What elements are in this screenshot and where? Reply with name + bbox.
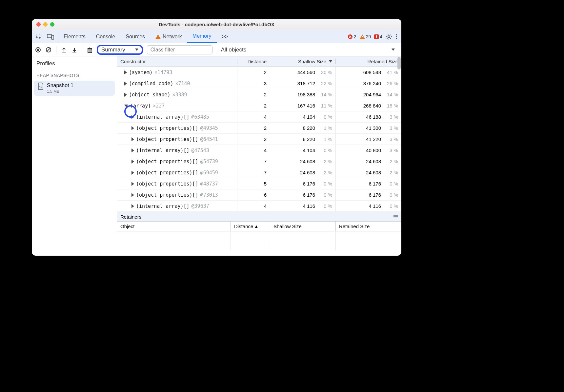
svg-line-18	[387, 38, 388, 39]
retainers-col-shallow[interactable]: Shallow Size	[270, 222, 336, 231]
expand-icon[interactable]	[131, 171, 134, 175]
expand-icon[interactable]	[124, 93, 127, 97]
svg-point-20	[396, 34, 397, 35]
distance-cell: 3	[237, 78, 270, 89]
shallow-size-cell: 6 1760 %	[270, 189, 336, 200]
tab-memory[interactable]: Memory	[187, 30, 217, 43]
table-row[interactable]: (object properties)[]@6454128 2201 %41 2…	[117, 134, 401, 145]
tab-elements[interactable]: Elements	[58, 30, 91, 43]
row-name: (object properties)[]	[136, 192, 198, 198]
tab-network[interactable]: Network	[150, 30, 187, 43]
table-row[interactable]: (object properties)[]@69459724 6082 %24 …	[117, 167, 401, 178]
svg-line-16	[387, 34, 388, 35]
svg-point-21	[396, 36, 397, 37]
expand-icon[interactable]	[131, 137, 134, 141]
distance-cell: 2	[237, 123, 270, 133]
expand-icon[interactable]	[131, 182, 134, 186]
svg-rect-7	[362, 38, 363, 38]
table-row[interactable]: (object properties)[]@54739724 6082 %24 …	[117, 156, 401, 167]
row-object-id: @49345	[200, 125, 218, 131]
table-row[interactable]: (internal array)[]@3963744 1160 %4 1160 …	[117, 201, 401, 212]
row-object-id: @54739	[200, 159, 218, 165]
row-name: (object shape)	[129, 92, 170, 98]
svg-point-22	[396, 38, 397, 39]
distance-cell: 2	[237, 100, 270, 111]
retained-size-cell: 204 96414 %	[336, 89, 401, 100]
device-toolbar-icon[interactable]	[47, 34, 54, 40]
clear-icon[interactable]	[46, 47, 51, 53]
snapshot-item[interactable]: % Snapshot 1 1.5 MB	[34, 81, 115, 96]
class-filter-input[interactable]	[147, 45, 212, 54]
expand-icon[interactable]	[131, 160, 134, 164]
save-icon[interactable]	[71, 47, 77, 53]
expand-icon[interactable]	[131, 126, 134, 130]
error-count[interactable]: 2	[348, 34, 356, 39]
record-icon[interactable]	[35, 47, 41, 53]
kebab-icon[interactable]	[395, 33, 397, 40]
snapshot-size: 1.5 MB	[47, 89, 73, 94]
col-shallow-size[interactable]: Shallow Size	[270, 59, 336, 64]
filter-dropdown-icon[interactable]	[392, 49, 395, 51]
expand-icon[interactable]	[124, 82, 127, 86]
perspective-select[interactable]: Summary	[97, 45, 143, 55]
minimize-window-button[interactable]	[43, 22, 48, 27]
constructor-cell: (object properties)[]@49345	[117, 123, 237, 133]
col-distance[interactable]: Distance	[237, 59, 270, 64]
gear-icon[interactable]	[386, 33, 392, 40]
table-row[interactable]: (internal array)[]@4754344 1040 %40 8003…	[117, 145, 401, 156]
row-name: (internal array)[]	[136, 203, 190, 209]
tabs-overflow[interactable]: >>	[217, 30, 233, 43]
expand-icon[interactable]	[131, 193, 134, 197]
distance-cell: 7	[237, 156, 270, 167]
row-name: (system)	[129, 69, 152, 75]
expand-icon[interactable]	[131, 148, 134, 152]
constructor-cell: (object shape)×3389	[117, 89, 237, 100]
load-icon[interactable]	[61, 47, 67, 53]
collapse-icon[interactable]	[124, 105, 128, 107]
shallow-size-cell: 24 6082 %	[270, 167, 336, 178]
table-row[interactable]: (system)×147932444 56030 %608 54841 %	[117, 67, 401, 78]
issues-icon	[374, 34, 379, 39]
row-name: (compiled code)	[129, 81, 173, 87]
expand-icon[interactable]	[131, 204, 134, 208]
retained-size-cell: 24 6082 %	[336, 156, 401, 167]
table-row[interactable]: (object properties)[]@4934528 2201 %41 3…	[117, 123, 401, 134]
zoom-window-button[interactable]	[50, 22, 54, 27]
scrollbar-thumb[interactable]	[397, 57, 401, 69]
warning-count[interactable]: 29	[360, 34, 371, 39]
retained-size-cell: 4 1160 %	[336, 201, 401, 211]
retainers-col-distance[interactable]: Distance ▲	[231, 222, 270, 231]
traffic-lights	[32, 22, 54, 27]
constructor-cell: (compiled code)×7140	[117, 78, 237, 89]
warning-icon	[360, 34, 365, 39]
table-row[interactable]: (compiled code)×71403318 71222 %376 2402…	[117, 78, 401, 89]
table-row[interactable]: (array)×2272167 41611 %268 84018 %	[117, 100, 401, 111]
row-object-id: @69459	[200, 170, 218, 176]
gc-icon[interactable]	[87, 47, 93, 53]
table-row[interactable]: (object properties)[]@4873756 1760 %6 17…	[117, 178, 401, 189]
sort-asc-icon: ▲	[254, 224, 259, 229]
close-window-button[interactable]	[36, 22, 41, 27]
menu-icon[interactable]	[393, 215, 398, 218]
col-constructor[interactable]: Constructor	[117, 59, 237, 64]
retained-size-cell: 41 2203 %	[336, 134, 401, 145]
devtools-tabstrip: Elements Console Sources Network Memory …	[32, 30, 401, 43]
profiles-title: Profiles	[32, 56, 117, 71]
svg-rect-6	[362, 36, 363, 37]
table-row[interactable]: (internal array)[]@6348544 1040 %46 1883…	[117, 111, 401, 123]
inspect-icon[interactable]	[36, 33, 42, 40]
table-row[interactable]: (object properties)[]@7301366 1760 %6 17…	[117, 189, 401, 201]
table-row[interactable]: (object shape)×33892198 38814 %204 96414…	[117, 89, 401, 100]
retainers-col-object[interactable]: Object	[117, 222, 231, 231]
expand-icon[interactable]	[124, 70, 127, 74]
retainers-col-retained[interactable]: Retained Size	[336, 222, 401, 231]
constructor-cell: (object properties)[]@73013	[117, 189, 237, 200]
col-retained-size[interactable]: Retained Size	[336, 59, 401, 64]
issues-count[interactable]: 4	[374, 34, 382, 39]
object-scope-select[interactable]: All objects	[221, 47, 246, 53]
tab-sources[interactable]: Sources	[120, 30, 150, 43]
devtools-window: DevTools - codepen.io/web-dot-dev/live/P…	[32, 19, 401, 256]
chevron-down-icon	[135, 49, 138, 51]
tab-console[interactable]: Console	[91, 30, 121, 43]
heap-snapshots-section: HEAP SNAPSHOTS	[32, 71, 117, 80]
